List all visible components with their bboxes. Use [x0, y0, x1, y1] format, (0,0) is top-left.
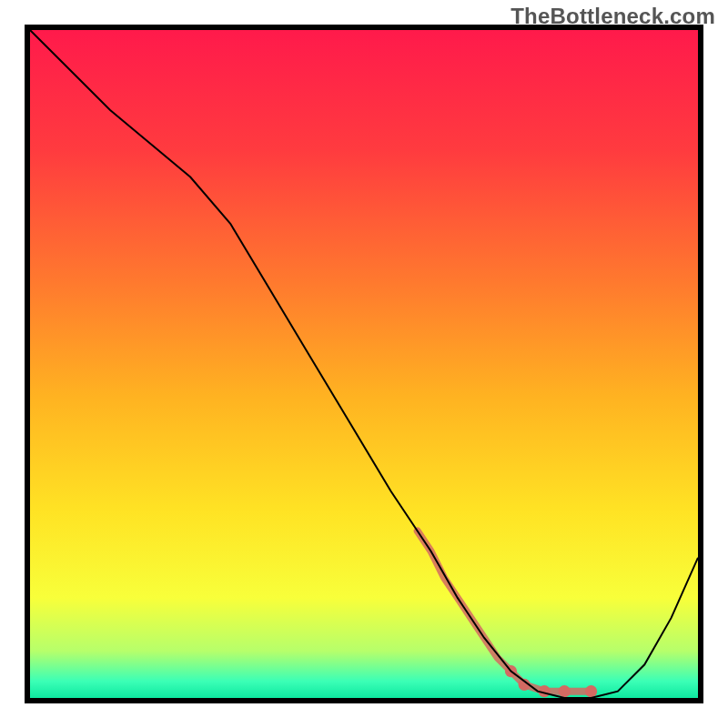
plot-frame	[25, 25, 703, 703]
optimal-range-dot	[585, 685, 597, 697]
optimal-range-stroke	[418, 531, 592, 692]
chart-overlay	[30, 30, 698, 698]
chart-stage: TheBottleneck.com	[0, 0, 728, 728]
highlight-band	[418, 531, 597, 698]
optimal-range-dot	[559, 685, 571, 697]
bottleneck-curve	[30, 30, 698, 698]
watermark-text: TheBottleneck.com	[511, 4, 715, 29]
